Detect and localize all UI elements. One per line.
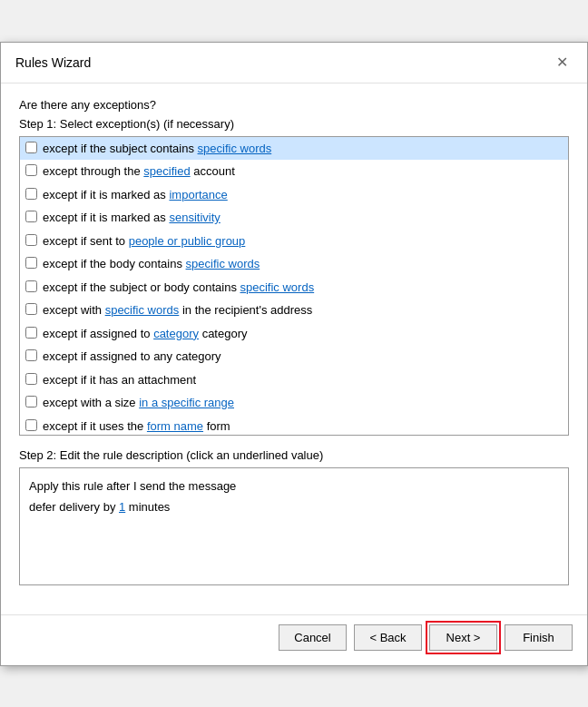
- button-bar: Cancel < Back Next > Finish: [1, 614, 587, 665]
- list-item[interactable]: except if assigned to any category: [20, 345, 568, 368]
- rule-description-box: Apply this rule after I send the message…: [19, 467, 569, 585]
- step2-label: Step 2: Edit the rule description (click…: [19, 448, 569, 462]
- exception-text: except if it has an attachment: [43, 371, 196, 389]
- exception-link[interactable]: people or public group: [129, 234, 246, 248]
- exception-checkbox[interactable]: [25, 142, 37, 153]
- list-item[interactable]: except if it is marked as sensitivity: [20, 206, 568, 230]
- list-item[interactable]: except through the specified account: [20, 160, 568, 183]
- list-item[interactable]: except if it uses the form name form: [20, 415, 568, 436]
- exception-checkbox[interactable]: [25, 303, 37, 315]
- back-button[interactable]: < Back: [354, 624, 422, 651]
- description-line1: Apply this rule after I send the message: [29, 476, 559, 496]
- dialog-content: Are there any exceptions? Step 1: Select…: [1, 83, 587, 614]
- list-item[interactable]: except with a size in a specific range: [20, 391, 568, 415]
- exceptions-list: except if the subject contains specific …: [19, 136, 569, 436]
- exception-checkbox[interactable]: [25, 188, 37, 200]
- description-prefix: defer delivery by: [29, 500, 119, 514]
- exception-checkbox[interactable]: [25, 327, 37, 339]
- list-item[interactable]: except if the body contains specific wor…: [20, 252, 568, 276]
- list-item[interactable]: except if the subject contains specific …: [20, 137, 568, 161]
- exception-checkbox[interactable]: [25, 373, 37, 385]
- dialog-title: Rules Wizard: [15, 55, 91, 70]
- list-item[interactable]: except if it is marked as importance: [20, 183, 568, 207]
- exception-link[interactable]: importance: [169, 188, 227, 201]
- exception-link[interactable]: in a specific range: [139, 396, 234, 409]
- exception-link[interactable]: specific words: [105, 303, 180, 317]
- exception-text: except with specific words in the recipi…: [43, 301, 312, 319]
- list-item[interactable]: except with specific words in the recipi…: [20, 299, 568, 322]
- exception-text: except if the subject contains specific …: [43, 140, 271, 158]
- list-item[interactable]: except if it has an attachment: [20, 368, 568, 392]
- exception-link[interactable]: specific words: [198, 142, 272, 155]
- cancel-button[interactable]: Cancel: [279, 624, 347, 651]
- exception-checkbox[interactable]: [25, 234, 37, 246]
- description-line2: defer delivery by 1 minutes: [29, 496, 559, 517]
- exception-link[interactable]: specific words: [240, 280, 315, 294]
- exception-checkbox[interactable]: [25, 419, 37, 431]
- exception-link[interactable]: specified: [143, 164, 190, 178]
- next-button[interactable]: Next >: [429, 624, 497, 651]
- exception-text: except if it is marked as sensitivity: [43, 209, 220, 227]
- exception-text: except with a size in a specific range: [43, 394, 234, 412]
- finish-button[interactable]: Finish: [505, 624, 573, 651]
- close-button[interactable]: ✕: [551, 52, 573, 74]
- list-item[interactable]: except if sent to people or public group: [20, 230, 568, 253]
- exception-checkbox[interactable]: [25, 211, 37, 222]
- title-bar: Rules Wizard ✕: [1, 43, 587, 83]
- list-item[interactable]: except if assigned to category category: [20, 322, 568, 346]
- exception-link[interactable]: form name: [147, 419, 203, 433]
- step1-label: Step 1: Select exception(s) (if necessar…: [19, 117, 569, 131]
- exception-link[interactable]: specific words: [186, 257, 260, 270]
- exception-checkbox[interactable]: [25, 257, 37, 269]
- exception-checkbox[interactable]: [25, 396, 37, 408]
- list-item[interactable]: except if the subject or body contains s…: [20, 276, 568, 299]
- exception-text: except if the subject or body contains s…: [43, 279, 314, 297]
- question-text: Are there any exceptions?: [19, 98, 569, 112]
- exception-text: except if it is marked as importance: [43, 186, 228, 204]
- rules-wizard-dialog: Rules Wizard ✕ Are there any exceptions?…: [0, 42, 588, 666]
- exception-checkbox[interactable]: [25, 349, 37, 361]
- exception-checkbox[interactable]: [25, 164, 37, 176]
- exception-text: except if assigned to any category: [43, 348, 221, 366]
- exception-text: except if sent to people or public group: [43, 232, 245, 250]
- exception-text: except if it uses the form name form: [43, 417, 230, 436]
- exception-checkbox[interactable]: [25, 280, 37, 292]
- exception-text: except if the body contains specific wor…: [43, 255, 260, 273]
- exception-text: except through the specified account: [43, 162, 235, 181]
- exception-text: except if assigned to category category: [43, 325, 248, 343]
- description-suffix: minutes: [125, 500, 170, 514]
- exception-link[interactable]: sensitivity: [169, 211, 220, 224]
- exception-link[interactable]: category: [153, 327, 199, 340]
